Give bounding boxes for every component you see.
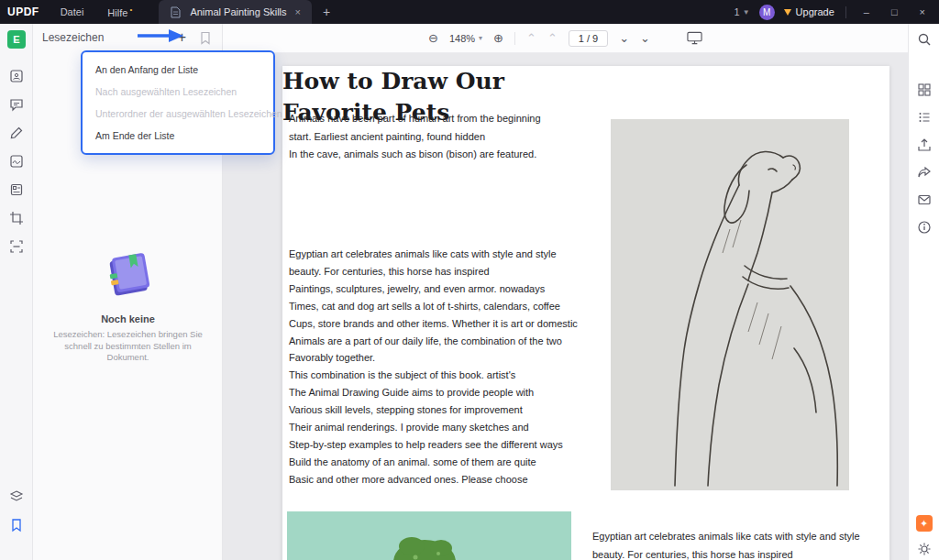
user-avatar[interactable]: M	[759, 5, 775, 20]
zoom-in-icon[interactable]: ⊕	[493, 31, 503, 45]
chevron-down-icon: ▼	[743, 8, 750, 16]
search-icon[interactable]	[916, 31, 932, 47]
thumbnail-icon[interactable]	[916, 82, 932, 97]
updf-reader-logo-icon[interactable]: E	[7, 30, 26, 49]
dog-sketch-image	[611, 119, 849, 490]
edit-icon[interactable]	[9, 125, 25, 140]
ai-assistant-icon[interactable]: ✦	[916, 515, 933, 532]
crop-icon[interactable]	[9, 210, 25, 225]
right-tool-sidebar: ✦	[908, 24, 939, 560]
empty-state-description: Lesezeichen: Lesezeichen bringen Sie sch…	[48, 329, 209, 364]
bookmarks-empty-state: Noch keine Lesezeichen: Lesezeichen brin…	[33, 247, 223, 364]
reader-icon[interactable]	[9, 68, 25, 83]
menu-hilfe[interactable]: Hilfe •	[95, 5, 144, 18]
annotation-arrow	[136, 28, 185, 43]
tab-document-icon	[168, 5, 183, 20]
view-toolbar: ⊖ 148%▾ ⊕ ⌃ ⌃ 1 / 9 ⌄ ⌄	[223, 24, 908, 53]
document-tab[interactable]: Animal Painting Skills ×	[159, 0, 312, 24]
first-page-icon[interactable]: ⌃	[526, 31, 536, 45]
mail-icon[interactable]	[916, 192, 932, 207]
titlebar: UPDF Datei Hilfe • Animal Painting Skill…	[0, 0, 939, 24]
menu-item-anfang[interactable]: An den Anfang der Liste	[83, 59, 273, 81]
presentation-icon[interactable]	[687, 30, 702, 46]
document-area: ⊖ 148%▾ ⊕ ⌃ ⌃ 1 / 9 ⌄ ⌄ Animals have bee…	[223, 24, 908, 560]
bookmarks-panel-title: Lesezeichen	[42, 31, 104, 44]
book-illustration	[99, 247, 158, 301]
annotation-list-icon[interactable]	[916, 109, 932, 125]
settings-icon[interactable]	[916, 541, 932, 556]
caption-paragraph: Egyptian art celebrates animals like cat…	[592, 528, 860, 560]
document-canvas[interactable]: Animals have been part of human art from…	[223, 53, 908, 560]
bookmark-outline-icon[interactable]	[197, 30, 213, 46]
tab-title: Animal Painting Skills	[190, 6, 286, 17]
upgrade-gem-icon	[784, 9, 791, 16]
updf-app-window: UPDF Datei Hilfe • Animal Painting Skill…	[0, 0, 939, 560]
window-maximize-button[interactable]: □	[885, 6, 904, 17]
zoom-level-dropdown[interactable]: 148%▾	[449, 33, 482, 44]
tab-close-icon[interactable]: ×	[293, 6, 303, 17]
info-icon[interactable]	[916, 219, 932, 235]
menu-item-unterordner: Unterordner der ausgewählten Lesezeichen	[83, 103, 273, 125]
sign-icon[interactable]	[9, 153, 25, 169]
update-dot: •	[127, 5, 132, 14]
layers-icon[interactable]	[9, 489, 25, 504]
zoom-out-icon[interactable]: ⊖	[428, 31, 438, 45]
menu-item-ende[interactable]: Am Ende der Liste	[83, 125, 273, 147]
menu-datei[interactable]: Datei	[49, 6, 96, 17]
export-icon[interactable]	[916, 137, 932, 152]
last-page-icon[interactable]: ⌄	[640, 31, 650, 45]
titlebar-separator	[845, 6, 846, 18]
window-close-button[interactable]: ×	[913, 6, 932, 17]
prev-page-icon[interactable]: ⌃	[547, 31, 558, 45]
page-indicator-input[interactable]: 1 / 9	[569, 30, 608, 47]
next-page-icon[interactable]: ⌄	[619, 31, 629, 45]
upgrade-button[interactable]: Upgrade	[784, 6, 834, 17]
ocr-icon[interactable]	[9, 238, 25, 254]
tab-count-dropdown[interactable]: 1▼	[735, 6, 750, 17]
left-tool-sidebar: E	[0, 24, 33, 560]
plant-photo-image	[287, 511, 571, 560]
updf-logo: UPDF	[0, 5, 49, 18]
comment-icon[interactable]	[9, 96, 25, 112]
form-icon[interactable]	[9, 181, 25, 197]
new-tab-button[interactable]: +	[312, 5, 341, 19]
share-icon[interactable]	[916, 164, 932, 180]
intro-paragraph: Animals have been part of human art from…	[289, 110, 541, 164]
toolbar-divider	[514, 32, 515, 45]
body-paragraph: Egyptian art celebrates animals like cat…	[289, 246, 578, 489]
empty-state-title: Noch keine	[33, 313, 223, 324]
menu-item-nach-ausgewaehlten: Nach ausgewählten Lesezeichen	[83, 81, 273, 103]
bookmark-insert-menu: An den Anfang der Liste Nach ausgewählte…	[81, 50, 275, 155]
pdf-page[interactable]: Animals have been part of human art from…	[282, 66, 889, 560]
bookmark-icon[interactable]	[9, 517, 25, 533]
window-minimize-button[interactable]: –	[857, 6, 876, 17]
